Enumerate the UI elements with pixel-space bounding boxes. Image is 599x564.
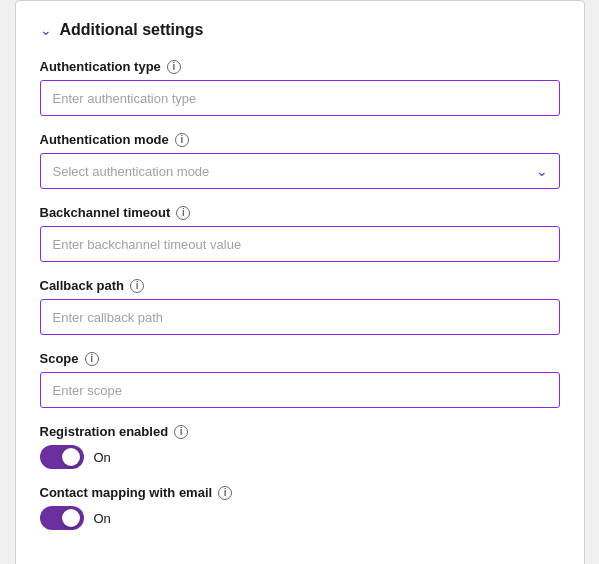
- contact-mapping-label: Contact mapping with email i: [40, 485, 560, 500]
- section-header: ⌄ Additional settings: [40, 21, 560, 39]
- auth-mode-select-wrapper: Select authentication mode ⌄: [40, 153, 560, 189]
- registration-enabled-info-icon[interactable]: i: [174, 425, 188, 439]
- toggle-thumb: [62, 448, 80, 466]
- collapse-chevron-icon[interactable]: ⌄: [40, 22, 52, 38]
- auth-type-field: Authentication type i: [40, 59, 560, 116]
- registration-enabled-label: Registration enabled i: [40, 424, 560, 439]
- callback-path-input[interactable]: [40, 299, 560, 335]
- backchannel-timeout-field: Backchannel timeout i: [40, 205, 560, 262]
- auth-mode-info-icon[interactable]: i: [175, 133, 189, 147]
- callback-path-info-icon[interactable]: i: [130, 279, 144, 293]
- registration-enabled-toggle-label: On: [94, 450, 111, 465]
- contact-mapping-toggle[interactable]: [40, 506, 84, 530]
- backchannel-timeout-input[interactable]: [40, 226, 560, 262]
- auth-type-input[interactable]: [40, 80, 560, 116]
- scope-info-icon[interactable]: i: [85, 352, 99, 366]
- scope-input[interactable]: [40, 372, 560, 408]
- auth-mode-select[interactable]: Select authentication mode: [40, 153, 560, 189]
- registration-enabled-field: Registration enabled i On: [40, 424, 560, 469]
- scope-field: Scope i: [40, 351, 560, 408]
- callback-path-field: Callback path i: [40, 278, 560, 335]
- backchannel-timeout-info-icon[interactable]: i: [176, 206, 190, 220]
- toggle-track: [40, 445, 84, 469]
- backchannel-timeout-label: Backchannel timeout i: [40, 205, 560, 220]
- contact-mapping-toggle-label: On: [94, 511, 111, 526]
- registration-enabled-toggle[interactable]: [40, 445, 84, 469]
- additional-settings-card: ⌄ Additional settings Authentication typ…: [15, 0, 585, 564]
- auth-type-info-icon[interactable]: i: [167, 60, 181, 74]
- auth-mode-label: Authentication mode i: [40, 132, 560, 147]
- contact-mapping-toggle-row: On: [40, 506, 560, 530]
- registration-enabled-toggle-row: On: [40, 445, 560, 469]
- section-title: Additional settings: [60, 21, 204, 39]
- toggle-thumb: [62, 509, 80, 527]
- contact-mapping-field: Contact mapping with email i On: [40, 485, 560, 530]
- contact-mapping-info-icon[interactable]: i: [218, 486, 232, 500]
- callback-path-label: Callback path i: [40, 278, 560, 293]
- auth-type-label: Authentication type i: [40, 59, 560, 74]
- auth-mode-field: Authentication mode i Select authenticat…: [40, 132, 560, 189]
- scope-label: Scope i: [40, 351, 560, 366]
- toggle-track: [40, 506, 84, 530]
